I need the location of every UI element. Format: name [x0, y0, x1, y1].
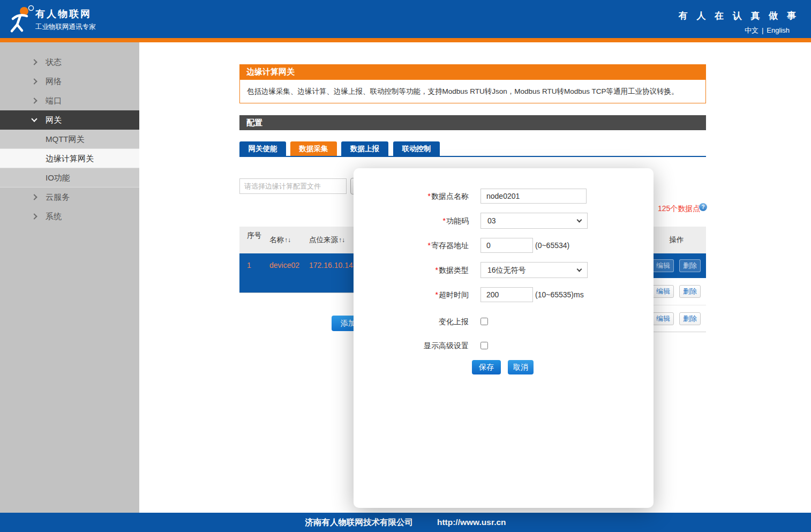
data-type-select[interactable]: 16位无符号 — [480, 262, 588, 278]
language-switch: 中文|English — [745, 26, 790, 35]
table-header-left: 序号 名称↑↓ 点位来源↑↓ — [239, 227, 354, 253]
tab-data-collection[interactable]: 数据采集 — [290, 141, 337, 156]
timeout-hint: (10~65535)ms — [535, 287, 584, 303]
field-row-timeout: *超时时间 (10~65535)ms — [354, 287, 654, 303]
edit-button[interactable]: 编辑 — [652, 285, 674, 298]
lang-separator: | — [762, 26, 763, 34]
sidebar-item-status[interactable]: 状态 — [0, 53, 139, 72]
lang-english-link[interactable]: English — [767, 26, 790, 34]
app-footer: 济南有人物联网技术有限公司 http://www.usr.cn — [0, 513, 811, 532]
field-row-advanced-settings: 显示高级设置 — [354, 338, 654, 354]
delete-button[interactable]: 删除 — [679, 312, 701, 325]
sort-arrows-icon[interactable]: ↑↓ — [284, 236, 291, 244]
page-title: 边缘计算网关 — [239, 64, 706, 79]
edit-button[interactable]: 编辑 — [652, 259, 674, 272]
chevron-down-icon — [577, 218, 582, 223]
footer-url-link[interactable]: http://www.usr.cn — [437, 518, 506, 527]
sidebar-item-mqtt-gateway[interactable]: MQTT网关 — [0, 130, 139, 149]
config-section-title: 配置 — [239, 115, 706, 130]
register-address-hint: (0~65534) — [535, 237, 569, 253]
sidebar-nav: 状态 网络 端口 网关 MQTT网关 边缘计算网关 IO功能 云服务 系统 — [0, 42, 139, 513]
column-header-action: 操作 — [647, 227, 706, 253]
cancel-button[interactable]: 取消 — [508, 360, 534, 374]
required-marker: * — [435, 266, 438, 274]
sort-arrows-icon[interactable]: ↑↓ — [339, 236, 345, 244]
report-on-change-checkbox[interactable] — [480, 318, 488, 325]
chevron-down-icon — [577, 267, 582, 272]
chevron-right-icon — [31, 213, 37, 219]
datapoint-name-input[interactable] — [480, 189, 587, 204]
required-marker: * — [435, 290, 438, 299]
edit-button[interactable]: 编辑 — [652, 312, 674, 325]
sidebar-item-system[interactable]: 系统 — [0, 207, 139, 226]
delete-button[interactable]: 删除 — [679, 259, 701, 272]
field-row-register-address: *寄存器地址 (0~65534) — [354, 237, 654, 253]
sidebar-item-port[interactable]: 端口 — [0, 91, 139, 110]
field-row-datapoint-name: *数据点名称 — [354, 188, 654, 204]
table-action-column: 操作 编辑 删除 编辑 删除 编辑 删除 — [647, 227, 706, 332]
function-code-select[interactable]: 03 — [480, 213, 588, 229]
required-marker: * — [443, 216, 446, 225]
dialog-actions: 保存 取消 — [354, 360, 654, 376]
tab-data-report[interactable]: 数据上报 — [341, 141, 388, 156]
chevron-right-icon — [31, 194, 37, 200]
column-header-index: 序号 — [247, 231, 263, 240]
column-header-source: 点位来源↑↓ — [309, 235, 345, 245]
table-row-actions: 编辑 删除 — [647, 278, 706, 305]
field-row-data-type: *数据类型 16位无符号 — [354, 262, 654, 278]
sidebar-item-network[interactable]: 网络 — [0, 72, 139, 91]
tab-linkage-control[interactable]: 联动控制 — [393, 141, 440, 156]
register-address-input[interactable] — [480, 238, 533, 253]
field-row-function-code: *功能码 03 — [354, 213, 654, 229]
usr-logo-icon — [7, 4, 36, 34]
brand-subtitle: 工业物联网通讯专家 — [35, 23, 96, 32]
tab-gateway-enable[interactable]: 网关使能 — [239, 141, 286, 156]
chevron-down-icon — [31, 116, 37, 122]
header-slogan: 有 人 在 认 真 做 事 — [679, 10, 799, 22]
app-header: 有人物联网 工业物联网通讯专家 有 人 在 认 真 做 事 中文|English — [0, 0, 811, 38]
sidebar-item-io-function[interactable]: IO功能 — [0, 168, 139, 188]
table-row-selected[interactable]: 1 device02 172.16.10.143 — [239, 253, 354, 293]
column-header-name: 名称↑↓ — [269, 235, 291, 245]
required-marker: * — [428, 241, 431, 250]
chevron-right-icon — [31, 98, 37, 103]
datapoint-edit-dialog: *数据点名称 *功能码 03 *寄存器地址 (0~65534) *数据类型 16… — [354, 168, 654, 508]
brand-title: 有人物联网 — [35, 8, 92, 20]
save-button[interactable]: 保存 — [472, 360, 501, 374]
help-icon[interactable]: ? — [699, 203, 707, 211]
row-source-cell: 172.16.10.143 — [309, 261, 357, 269]
row-name-cell: device02 — [269, 261, 299, 269]
footer-company: 济南有人物联网技术有限公司 — [305, 517, 413, 528]
show-advanced-settings-checkbox[interactable] — [480, 342, 488, 349]
row-index-cell: 1 — [247, 261, 251, 269]
tabs-underline — [239, 156, 706, 157]
lang-chinese-link[interactable]: 中文 — [745, 26, 759, 34]
required-marker: * — [428, 192, 431, 200]
delete-button[interactable]: 删除 — [679, 285, 701, 298]
sidebar-item-cloud-service[interactable]: 云服务 — [0, 188, 139, 207]
chevron-right-icon — [31, 59, 37, 65]
header-accent-bar — [0, 38, 811, 42]
page-description: 包括边缘采集、边缘计算、边缘上报、联动控制等功能，支持Modbus RTU转Js… — [239, 79, 706, 103]
datapoint-count-link[interactable]: 125个数据点 — [658, 204, 700, 214]
chevron-right-icon — [31, 78, 37, 84]
sidebar-item-edge-gateway[interactable]: 边缘计算网关 — [0, 149, 139, 168]
table-row-actions-selected: 编辑 删除 — [647, 253, 706, 278]
table-row-actions: 编辑 删除 — [647, 305, 706, 332]
config-file-input[interactable] — [239, 178, 347, 194]
sidebar-item-gateway[interactable]: 网关 — [0, 110, 139, 130]
timeout-input[interactable] — [480, 287, 533, 302]
field-row-report-on-change: 变化上报 — [354, 313, 654, 329]
